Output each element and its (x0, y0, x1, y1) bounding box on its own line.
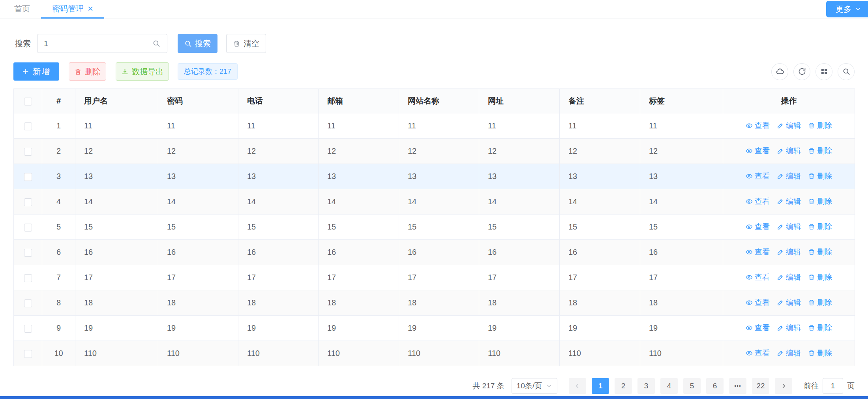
view-link[interactable]: 查看 (746, 247, 770, 257)
delete-link[interactable]: 删除 (808, 120, 832, 131)
pager-page-1-button[interactable]: 1 (592, 378, 609, 394)
view-link[interactable]: 查看 (746, 171, 770, 181)
delete-link[interactable]: 删除 (808, 247, 832, 257)
eye-icon (746, 198, 753, 205)
row-checkbox-cell (14, 240, 42, 265)
pager-more-button[interactable]: ••• (729, 378, 746, 394)
edit-link[interactable]: 编辑 (777, 120, 801, 131)
refresh-button[interactable] (793, 63, 810, 80)
row-checkbox[interactable] (24, 350, 32, 358)
edit-link[interactable]: 编辑 (777, 348, 801, 358)
pager-page-6-button[interactable]: 6 (706, 378, 724, 394)
view-link[interactable]: 查看 (746, 348, 770, 358)
delete-link[interactable]: 删除 (808, 171, 832, 181)
cell-tag: 12 (640, 139, 723, 164)
grid-view-button[interactable] (816, 63, 832, 80)
edit-link[interactable]: 编辑 (777, 247, 801, 257)
view-link[interactable]: 查看 (746, 272, 770, 282)
goto-prefix-label: 前往 (804, 381, 819, 391)
view-link[interactable]: 查看 (746, 146, 770, 156)
edit-link[interactable]: 编辑 (777, 196, 801, 207)
row-checkbox-cell (14, 215, 42, 240)
delete-link[interactable]: 删除 (808, 297, 832, 308)
table-row[interactable]: 10110110110110110110110110查看编辑删除 (14, 341, 855, 366)
pager-page-4-button[interactable]: 4 (660, 378, 678, 394)
row-checkbox[interactable] (24, 198, 32, 206)
edit-link[interactable]: 编辑 (777, 297, 801, 308)
pager-page-5-button[interactable]: 5 (683, 378, 701, 394)
table-row[interactable]: 51515151515151515查看编辑删除 (14, 215, 855, 240)
view-link[interactable]: 查看 (746, 196, 770, 207)
pager-page-3-button[interactable]: 3 (637, 378, 655, 394)
edit-link[interactable]: 编辑 (777, 323, 801, 333)
row-checkbox[interactable] (24, 325, 32, 333)
delete-link[interactable]: 删除 (808, 146, 832, 156)
cell-site-name: 11 (399, 113, 479, 139)
row-checkbox[interactable] (24, 299, 32, 307)
tab-password-management[interactable]: 密码管理 × (41, 0, 104, 19)
next-page-button[interactable] (775, 378, 792, 394)
select-all-checkbox[interactable] (24, 98, 32, 105)
export-button[interactable]: 数据导出 (116, 62, 169, 81)
add-button[interactable]: 新增 (13, 62, 59, 81)
cell-url: 16 (479, 240, 560, 265)
edit-link[interactable]: 编辑 (777, 272, 801, 282)
goto-suffix-label: 页 (847, 381, 855, 391)
chevron-down-icon (855, 6, 862, 13)
column-header-phone: 电话 (238, 89, 319, 113)
table-row[interactable]: 31313131313131313查看编辑删除 (14, 164, 855, 189)
row-checkbox[interactable] (24, 249, 32, 257)
search-toggle-button[interactable] (838, 63, 855, 80)
tab-home[interactable]: 首页 (3, 0, 41, 19)
cell-note: 11 (560, 113, 640, 139)
view-link[interactable]: 查看 (746, 222, 770, 232)
delete-link[interactable]: 删除 (808, 323, 832, 333)
row-checkbox[interactable] (24, 173, 32, 181)
page-size-select[interactable]: 10条/页 (512, 378, 557, 394)
page: 首页 密码管理 × 更多 搜索 搜索 清空 新增 (0, 0, 868, 399)
clear-button[interactable]: 清空 (226, 34, 266, 53)
edit-link[interactable]: 编辑 (777, 171, 801, 181)
delete-link[interactable]: 删除 (808, 272, 832, 282)
delete-link[interactable]: 删除 (808, 196, 832, 207)
delete-link[interactable]: 删除 (808, 222, 832, 232)
delete-button[interactable]: 删除 (69, 62, 106, 81)
table-row[interactable]: 91919191919191919查看编辑删除 (14, 316, 855, 341)
edit-link[interactable]: 编辑 (777, 222, 801, 232)
view-link[interactable]: 查看 (746, 323, 770, 333)
table-row[interactable]: 81818181818181818查看编辑删除 (14, 290, 855, 316)
table-row[interactable]: 21212121212121212查看编辑删除 (14, 139, 855, 164)
chevron-left-icon (574, 382, 581, 390)
table-row[interactable]: 41414141414141414查看编辑删除 (14, 189, 855, 215)
edit-link[interactable]: 编辑 (777, 146, 801, 156)
cell-phone: 14 (238, 189, 319, 215)
cell-password: 15 (158, 215, 238, 240)
row-checkbox[interactable] (24, 274, 32, 282)
goto-page-input[interactable] (823, 378, 843, 394)
search-icon (842, 68, 850, 75)
search-button-label: 搜索 (195, 38, 211, 49)
search-input[interactable] (37, 39, 146, 48)
eye-icon (746, 173, 753, 180)
cell-note: 19 (560, 316, 640, 341)
close-tab-icon[interactable]: × (88, 4, 93, 13)
view-link[interactable]: 查看 (746, 297, 770, 308)
pager-page-22-button[interactable]: 22 (752, 378, 769, 394)
search-button[interactable]: 搜索 (178, 34, 217, 53)
more-button[interactable]: 更多 (826, 1, 868, 17)
table-row[interactable]: 61616161616161616查看编辑删除 (14, 240, 855, 265)
row-checkbox[interactable] (24, 224, 32, 231)
cloud-download-button[interactable] (771, 63, 788, 80)
table-row[interactable]: 71717171717171717查看编辑删除 (14, 265, 855, 290)
cell-phone: 11 (238, 113, 319, 139)
view-link[interactable]: 查看 (746, 120, 770, 131)
row-checkbox[interactable] (24, 122, 32, 130)
cell-tag: 19 (640, 316, 723, 341)
pager-page-2-button[interactable]: 2 (615, 378, 632, 394)
eye-icon (746, 299, 753, 306)
table-row[interactable]: 11111111111111111查看编辑删除 (14, 113, 855, 139)
delete-link[interactable]: 删除 (808, 348, 832, 358)
prev-page-button[interactable] (569, 378, 586, 394)
row-checkbox[interactable] (24, 148, 32, 156)
cell-username: 13 (75, 164, 158, 189)
